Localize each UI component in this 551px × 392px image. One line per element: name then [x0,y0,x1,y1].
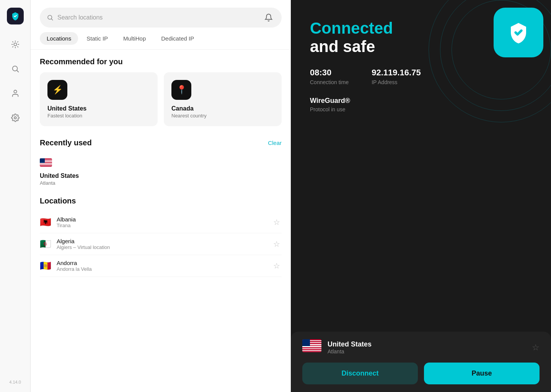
connected-flag-icon [302,339,321,356]
albania-city: Tirana [57,223,272,228]
albania-flag: 🇦🇱 [40,217,51,228]
location-row-andorra[interactable]: 🇦🇩 Andorra Andorra la Vella ☆ [40,255,282,277]
svg-point-0 [14,43,16,46]
connection-time-label: Connection time [310,79,349,85]
locations-panel: Locations Static IP MultiHop Dedicated I… [31,0,291,392]
svg-point-9 [12,66,17,71]
bottom-connection-bar: United States Atlanta ☆ Disconnect Pause [291,332,551,392]
pause-button[interactable]: Pause [424,363,540,384]
search-input[interactable] [57,14,259,21]
tab-multihop[interactable]: MultiHop [116,32,153,45]
albania-info: Albania Tirana [57,216,272,228]
andorra-flag: 🇦🇩 [40,260,51,271]
svg-point-11 [14,90,16,93]
sidebar: 4.14.0 [0,0,31,392]
connected-area: Connected and safe 08:30 Connection time… [291,0,551,332]
fastest-location-icon: ⚡ [47,80,67,100]
search-icon [47,14,54,21]
rec-card-us-sub: Fastest location [47,113,82,119]
connection-time-stat: 08:30 Connection time [310,68,349,85]
search-bar [40,8,282,28]
connected-city: Atlanta [328,348,532,355]
status-connected-word: Connected [310,19,393,37]
algeria-info: Algeria Algiers – Virtual location [57,238,272,250]
rec-card-canada-sub: Nearest country [171,113,207,119]
tab-locations[interactable]: Locations [40,32,78,45]
protocol-value: WireGuard® [310,97,532,105]
recommended-section-header: Recommended for you [40,57,282,66]
connection-time-value: 08:30 [310,68,349,78]
rec-card-us-title: United States [47,105,86,112]
recent-item-country: United States [40,172,79,179]
scroll-content: Recommended for you ⚡ United States Fast… [31,50,291,392]
svg-point-12 [14,117,16,119]
rec-card-canada-title: Canada [171,105,194,112]
svg-line-8 [17,42,18,42]
albania-name: Albania [57,216,272,223]
sidebar-item-settings[interactable] [8,110,23,125]
ip-address-value: 92.119.16.75 [372,68,421,78]
svg-line-6 [17,47,18,47]
recommended-card-us[interactable]: ⚡ United States Fastest location [40,72,158,126]
recently-used-title: Recently used [40,138,92,147]
nearest-location-icon: 📍 [171,80,191,100]
locations-list-header: Locations [40,197,282,205]
ip-address-stat: 92.119.16.75 IP Address [372,68,421,85]
right-panel: Connected and safe 08:30 Connection time… [291,0,551,392]
recent-item-city: Atlanta [40,180,55,186]
algeria-flag: 🇩🇿 [40,239,51,249]
tab-dedicated-ip[interactable]: Dedicated IP [154,32,201,45]
stats-row: 08:30 Connection time 92.119.16.75 IP Ad… [310,68,532,85]
svg-line-7 [12,47,13,47]
andorra-name: Andorra [57,260,272,266]
recommended-card-canada[interactable]: 📍 Canada Nearest country [164,72,282,126]
clear-recently-used-button[interactable]: Clear [268,140,282,146]
algeria-name: Algeria [57,238,272,244]
tab-bar: Locations Static IP MultiHop Dedicated I… [31,32,291,50]
algeria-city: Algiers – Virtual location [57,244,272,250]
andorra-city: Andorra la Vella [57,266,272,272]
sidebar-item-search[interactable] [8,61,23,76]
protocol-label: Protocol in use [310,106,532,112]
ip-address-label: IP Address [372,79,421,85]
andorra-info: Andorra Andorra la Vella [57,260,272,272]
connected-location-info: United States Atlanta [328,340,532,355]
notification-bell-icon[interactable] [262,11,275,24]
version-label: 4.14.0 [9,380,21,384]
location-row-algeria[interactable]: 🇩🇿 Algeria Algiers – Virtual location ☆ [40,233,282,255]
app-logo [7,8,24,24]
recent-item-flag [40,157,52,169]
svg-line-14 [51,19,52,20]
connected-location-row: United States Atlanta ☆ [302,339,540,356]
svg-line-5 [12,42,13,42]
recommended-cards: ⚡ United States Fastest location 📍 Canad… [40,72,282,126]
protocol-row: WireGuard® Protocol in use [310,97,532,112]
sidebar-item-account[interactable] [8,86,23,101]
algeria-favorite-icon[interactable]: ☆ [272,238,282,250]
connection-status: Connected and safe [310,19,532,56]
andorra-favorite-icon[interactable]: ☆ [272,260,282,272]
svg-point-13 [48,15,52,20]
connected-location-favorite-icon[interactable]: ☆ [532,343,540,353]
action-buttons: Disconnect Pause [302,363,540,384]
recent-item-us-atlanta[interactable]: United States Atlanta [40,153,282,194]
recently-used-header: Recently used Clear [40,138,282,147]
disconnect-button[interactable]: Disconnect [302,363,418,384]
sidebar-item-brightness[interactable] [8,37,23,52]
albania-favorite-icon[interactable]: ☆ [272,216,282,228]
tab-static-ip[interactable]: Static IP [80,32,115,45]
location-row-albania[interactable]: 🇦🇱 Albania Tirana ☆ [40,211,282,233]
svg-line-10 [17,70,18,72]
connected-country: United States [328,340,532,348]
status-safe-word: and safe [310,37,375,55]
